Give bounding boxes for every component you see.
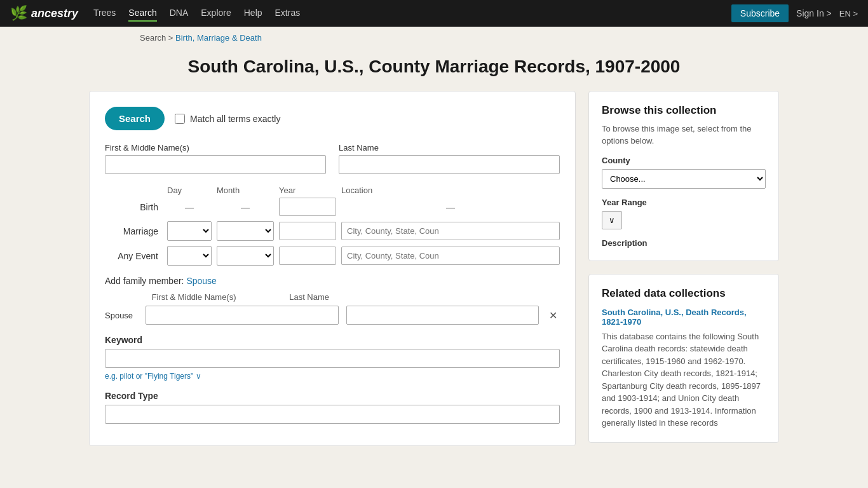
record-type-label: Record Type [105, 391, 560, 401]
breadcrumb-category[interactable]: Birth, Marriage & Death [175, 33, 262, 43]
county-label: County [602, 156, 766, 165]
any-event-label: Any Event [105, 251, 162, 261]
spouse-remove-button[interactable]: ✕ [546, 307, 560, 324]
breadcrumb-separator: > [168, 33, 175, 43]
spouse-label: Spouse [105, 311, 133, 320]
year-range-label: Year Range [602, 198, 766, 207]
marriage-label: Marriage [105, 226, 162, 236]
first-middle-label: First & Middle Name(s) [105, 143, 326, 152]
match-text: Match all terms exactly [190, 114, 280, 124]
birth-location-dash: — [341, 202, 560, 212]
year-range-button[interactable]: ∨ [602, 211, 622, 229]
spouse-row: Spouse ✕ [105, 306, 560, 325]
related-card: Related data collections South Carolina,… [588, 274, 779, 443]
birth-event-row: Birth — — — [105, 198, 560, 216]
last-name-label: Last Name [339, 143, 560, 152]
family-header: Add family member: Spouse [105, 276, 560, 286]
spouse-last-group [346, 306, 539, 325]
nav-right: Subscribe Sign In > EN > [731, 4, 858, 22]
spouse-first-group [146, 306, 338, 325]
main-content: Search Match all terms exactly First & M… [0, 91, 868, 474]
record-type-input[interactable] [105, 405, 560, 424]
match-label[interactable]: Match all terms exactly [175, 114, 280, 124]
signin-button[interactable]: Sign In > [796, 8, 832, 18]
family-section: Add family member: Spouse First & Middle… [105, 276, 560, 325]
last-name-group: Last Name [339, 143, 560, 174]
keyword-input[interactable] [105, 349, 560, 368]
first-middle-group: First & Middle Name(s) [105, 143, 326, 174]
record-type-section: Record Type [105, 391, 560, 424]
keyword-section: Keyword e.g. pilot or "Flying Tigers" ∨ [105, 335, 560, 381]
related-title: Related data collections [602, 287, 766, 300]
spouse-link[interactable]: Spouse [186, 276, 216, 286]
breadcrumb-search: Search [140, 33, 166, 43]
any-event-month-select[interactable] [217, 246, 274, 266]
search-panel: Search Match all terms exactly First & M… [89, 91, 576, 446]
any-event-day-select[interactable] [167, 246, 212, 266]
birth-label: Birth [105, 202, 162, 212]
birth-month-dash: — [217, 202, 274, 212]
any-event-row: Any Event [105, 246, 560, 266]
marriage-month-select[interactable] [217, 221, 274, 241]
nav-search[interactable]: Search [128, 5, 156, 22]
related-text: This database contains the following Sou… [602, 330, 766, 430]
name-row: First & Middle Name(s) Last Name [105, 143, 560, 174]
month-header: Month [217, 186, 274, 195]
nav-links: Trees Search DNA Explore Help Extras [93, 5, 716, 22]
marriage-location-input[interactable] [341, 222, 560, 240]
spouse-first-input[interactable] [146, 306, 338, 325]
last-name-input[interactable] [339, 155, 560, 174]
marriage-year-input[interactable] [279, 222, 336, 240]
any-event-location-input[interactable] [341, 247, 560, 265]
logo-text: ancestry [31, 7, 78, 20]
first-middle-input[interactable] [105, 155, 326, 174]
nav-explore[interactable]: Explore [201, 5, 231, 22]
add-family-label: Add family member: [105, 276, 184, 286]
any-event-year-input[interactable] [279, 247, 336, 265]
keyword-hint[interactable]: e.g. pilot or "Flying Tigers" ∨ [105, 372, 201, 381]
birth-day-dash: — [167, 202, 212, 212]
search-top-row: Search Match all terms exactly [105, 107, 560, 130]
subscribe-button[interactable]: Subscribe [731, 4, 789, 22]
page-title: South Carolina, U.S., County Marriage Re… [0, 49, 868, 91]
browse-desc: To browse this image set, select from th… [602, 123, 766, 146]
marriage-event-row: Marriage [105, 221, 560, 241]
spouse-sublabels: First & Middle Name(s) Last Name [105, 292, 560, 302]
spouse-first-sublabel: First & Middle Name(s) [152, 292, 236, 302]
spouse-last-input[interactable] [346, 306, 539, 325]
nav-help[interactable]: Help [244, 5, 262, 22]
day-header: Day [167, 186, 212, 195]
nav-dna[interactable]: DNA [170, 5, 189, 22]
language-selector[interactable]: EN > [839, 9, 858, 18]
search-button[interactable]: Search [105, 107, 165, 130]
related-link[interactable]: South Carolina, U.S., Death Records, 182… [602, 308, 766, 327]
spouse-last-sublabel: Last Name [289, 292, 329, 302]
location-header: Location [341, 186, 560, 195]
events-header-spacer [105, 186, 162, 195]
description-label: Description [602, 238, 766, 248]
breadcrumb: Search > Birth, Marriage & Death [0, 27, 868, 49]
year-header: Year [279, 186, 336, 195]
events-header: Day Month Year Location [105, 186, 560, 195]
sidebar: Browse this collection To browse this im… [588, 91, 779, 455]
browse-title: Browse this collection [602, 104, 766, 117]
events-section: Day Month Year Location Birth — — — Marr… [105, 186, 560, 266]
marriage-day-select[interactable] [167, 221, 212, 241]
logo[interactable]: 🌿 ancestry [10, 5, 78, 22]
nav-trees[interactable]: Trees [93, 5, 116, 22]
nav-extras[interactable]: Extras [275, 5, 301, 22]
navbar: 🌿 ancestry Trees Search DNA Explore Help… [0, 0, 868, 27]
browse-card: Browse this collection To browse this im… [588, 91, 779, 261]
ancestry-leaf-icon: 🌿 [10, 5, 27, 22]
match-checkbox[interactable] [175, 114, 185, 124]
birth-year-input[interactable] [279, 198, 336, 216]
county-select[interactable]: Choose... [602, 169, 766, 189]
keyword-label: Keyword [105, 335, 560, 345]
